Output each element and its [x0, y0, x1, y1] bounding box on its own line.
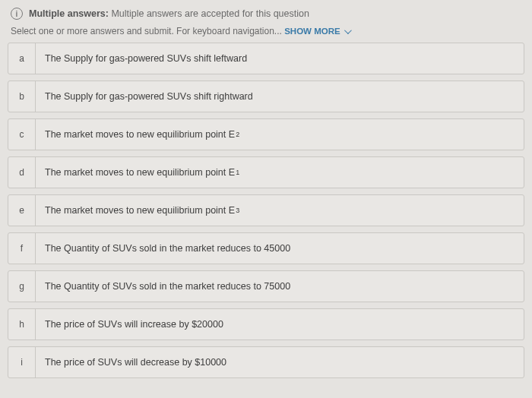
answer-option-f[interactable]: fThe Quantity of SUVs sold in the market… [8, 232, 524, 264]
show-more-link[interactable]: SHOW MORE [284, 27, 350, 36]
option-key: d [8, 157, 36, 188]
option-text: The Quantity of SUVs sold in the market … [36, 271, 524, 302]
option-text: The price of SUVs will increase by $2000… [36, 309, 524, 340]
instruction-row: Select one or more answers and submit. F… [0, 23, 532, 43]
option-text: The market moves to new equilibrium poin… [36, 195, 524, 226]
option-text-prefix: The market moves to new equilibrium poin… [45, 205, 235, 216]
answer-option-d[interactable]: dThe market moves to new equilibrium poi… [8, 156, 524, 188]
answer-option-i[interactable]: iThe price of SUVs will decrease by $100… [8, 346, 524, 378]
info-icon: i [11, 8, 23, 20]
question-header: i Multiple answers: Multiple answers are… [0, 0, 532, 23]
option-key: g [8, 271, 36, 302]
option-subscript: 2 [235, 131, 239, 138]
header-text: Multiple answers are accepted for this q… [111, 8, 309, 19]
option-key: e [8, 195, 36, 226]
answer-option-b[interactable]: bThe Supply for gas-powered SUVs shift r… [8, 81, 524, 112]
option-key: f [8, 233, 36, 264]
instruction-text: Select one or more answers and submit. F… [11, 26, 284, 36]
option-text: The market moves to new equilibrium poin… [36, 119, 524, 150]
option-subscript: 1 [235, 169, 239, 176]
chevron-down-icon [344, 27, 352, 34]
option-key: a [8, 43, 36, 74]
answer-option-e[interactable]: eThe market moves to new equilibrium poi… [8, 194, 524, 226]
answer-option-a[interactable]: aThe Supply for gas-powered SUVs shift l… [8, 43, 524, 74]
header-label: Multiple answers: [29, 8, 109, 19]
option-text: The Supply for gas-powered SUVs shift le… [36, 43, 524, 74]
options-list: aThe Supply for gas-powered SUVs shift l… [0, 43, 532, 378]
option-key: b [8, 81, 36, 112]
option-subscript: 3 [235, 207, 239, 214]
option-text: The price of SUVs will decrease by $1000… [36, 347, 524, 377]
option-key: h [8, 309, 36, 340]
option-text-prefix: The market moves to new equilibrium poin… [45, 129, 235, 140]
answer-option-h[interactable]: hThe price of SUVs will increase by $200… [8, 308, 524, 340]
option-text: The market moves to new equilibrium poin… [36, 157, 524, 188]
option-text-prefix: The market moves to new equilibrium poin… [45, 167, 235, 178]
show-more-label: SHOW MORE [284, 27, 340, 36]
option-text: The Quantity of SUVs sold in the market … [36, 233, 524, 264]
option-text: The Supply for gas-powered SUVs shift ri… [36, 81, 524, 112]
option-key: c [8, 119, 36, 150]
answer-option-g[interactable]: gThe Quantity of SUVs sold in the market… [8, 270, 524, 302]
option-key: i [8, 347, 36, 377]
answer-option-c[interactable]: cThe market moves to new equilibrium poi… [8, 118, 524, 150]
